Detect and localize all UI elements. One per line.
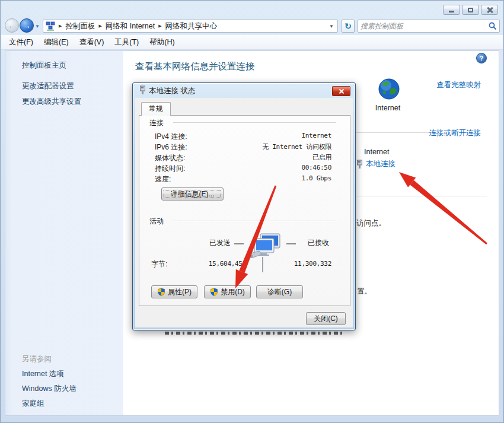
breadcrumb-control-panel[interactable]: 控制面板 [65,21,95,31]
row-label: 持续时间: [155,164,185,174]
menu-view[interactable]: 查看(V) [74,35,110,49]
address-bar[interactable]: ▶ 控制面板 ▶ 网络和 Internet ▶ 网络和共享中心 ▼ [43,20,338,33]
clipped-text-fragment: 访问点。 [356,218,386,228]
network-adapter-icon [139,85,146,95]
forward-button[interactable]: → [20,18,34,33]
properties-button-label: 属性(P) [168,287,192,297]
breadcrumb-separator-icon: ▶ [158,24,161,28]
maximize-icon [468,8,473,12]
computer-activity-icon [247,233,282,260]
address-dropdown-icon[interactable]: ▼ [329,24,335,29]
status-row-ipv6: IPv6 连接: 无 Internet 访问权限 [155,142,331,152]
activity-group-label: 活动 [149,217,164,227]
minimize-icon [449,11,454,12]
sidebar-item-control-panel-home[interactable]: 控制面板主页 [22,61,66,71]
connector-line [286,243,296,244]
sidebar-item-homegroup[interactable]: 家庭组 [22,399,44,409]
back-arrow-icon: ← [5,19,18,32]
section-divider [356,132,433,133]
diagnose-button-label: 诊断(G) [267,287,292,297]
uac-shield-icon [157,288,165,296]
menu-bar: 文件(F) 编辑(E) 查看(V) 工具(T) 帮助(H) [1,35,503,50]
row-value: 1.0 Gbps [301,174,331,182]
section-divider [356,196,487,196]
recent-pages-dropdown[interactable]: ▼ [35,24,40,29]
close-dialog-button[interactable]: 关闭(C) [306,312,346,325]
sent-label: 已发送 [201,238,231,248]
close-icon [339,89,344,94]
network-center-icon [46,21,55,31]
refresh-button[interactable]: ↻ [342,20,355,33]
properties-button[interactable]: 属性(P) [151,285,197,298]
bytes-label: 字节: [151,259,167,269]
sidebar-item-change-adapter-settings[interactable]: 更改适配器设置 [22,81,74,91]
dialog-close-button[interactable] [332,86,350,96]
close-icon [487,7,493,13]
network-adapter-icon [356,160,363,169]
help-button[interactable]: ? [476,53,487,63]
clipped-text-fragment: 置。 [357,287,372,297]
row-label: 速度: [155,174,171,185]
tab-general[interactable]: 常规 [141,102,171,116]
disable-button[interactable]: 禁用(D) [204,285,251,298]
group-line [173,221,336,221]
menu-file[interactable]: 文件(F) [4,35,39,49]
forward-arrow-icon: → [20,19,33,32]
tab-page: 连接 IPv4 连接: Internet IPv6 连接: 无 Internet… [139,115,350,306]
status-row-media-state: 媒体状态: 已启用 [155,153,331,163]
dialog-body: 常规 连接 IPv4 连接: Internet IPv6 连接: 无 Inter… [135,98,353,327]
breadcrumb-network-sharing-center[interactable]: 网络和共享中心 [165,21,218,31]
sidebar-item-internet-options[interactable]: Internet 选项 [22,369,64,379]
back-button[interactable]: ← [5,18,19,33]
connect-disconnect-link[interactable]: 连接或断开连接 [429,128,481,138]
disable-button-label: 禁用(D) [221,287,245,297]
sidebar: 控制面板主页 更改适配器设置 更改高级共享设置 另请参阅 Internet 选项… [5,51,123,415]
local-connection-row[interactable]: 本地连接 [356,159,395,169]
uac-shield-icon [210,288,218,296]
breadcrumb-separator-icon: ▶ [59,24,62,28]
breadcrumb-network-internet[interactable]: 网络和 Internet [106,21,155,31]
refresh-icon: ↻ [344,21,352,31]
local-connection-link[interactable]: 本地连接 [366,159,395,169]
minimize-button[interactable] [443,5,460,15]
dialog-title: 本地连接 状态 [149,86,195,96]
clipped-text-row [165,332,343,335]
received-label: 已接收 [308,238,329,248]
maximize-button[interactable] [462,5,479,15]
active-network-name: Internet [364,148,389,156]
status-row-ipv4: IPv4 连接: Internet [155,132,331,141]
window-controls [443,5,498,15]
row-value: 00:46:50 [301,164,331,171]
sidebar-item-windows-firewall[interactable]: Windows 防火墙 [22,384,76,394]
row-value: 已启用 [312,153,331,162]
search-box[interactable] [358,20,500,33]
page-title: 查看基本网络信息并设置连接 [135,61,255,73]
view-full-map-link[interactable]: 查看完整映射 [436,80,481,90]
group-line [173,122,336,123]
close-button-label: 关闭(C) [314,314,338,324]
bytes-divider [262,257,263,272]
menu-edit[interactable]: 编辑(E) [39,35,74,49]
local-connection-status-dialog: 本地连接 状态 常规 连接 IPv4 连接: Internet IPv6 连接:… [132,82,356,330]
search-input[interactable] [361,22,489,30]
internet-globe-icon [378,78,400,100]
sidebar-see-also-header: 另请参阅 [22,354,52,364]
sidebar-item-advanced-sharing[interactable]: 更改高级共享设置 [22,97,81,107]
row-value: 无 Internet 访问权限 [262,142,331,151]
menu-help[interactable]: 帮助(H) [144,35,180,49]
menu-tools[interactable]: 工具(T) [109,35,144,49]
row-label: IPv6 连接: [155,142,187,152]
status-row-speed: 速度: 1.0 Gbps [155,174,331,184]
details-button-label: 详细信息(E)... [171,189,215,199]
search-icon[interactable] [489,22,497,30]
breadcrumb-separator-icon: ▶ [98,24,101,28]
status-row-duration: 持续时间: 00:46:50 [155,164,331,173]
diagnose-button[interactable]: 诊断(G) [256,285,303,298]
connector-line [234,243,244,244]
bytes-received-value: 11,300,332 [284,260,331,268]
details-button[interactable]: 详细信息(E)... [161,187,224,201]
close-window-button[interactable] [481,5,498,15]
connection-group-label: 连接 [149,118,164,128]
row-value: Internet [301,132,331,139]
internet-node-label: Internet [358,104,417,112]
